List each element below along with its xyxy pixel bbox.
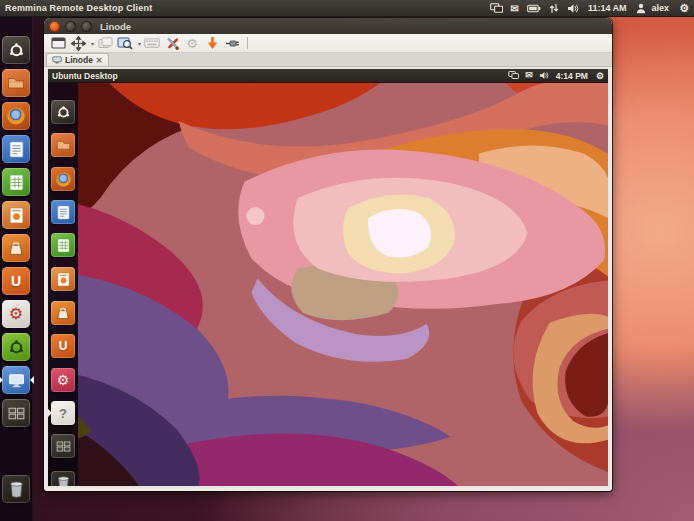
launcher-item-dash[interactable] (2, 36, 30, 64)
firefox-icon (56, 172, 71, 187)
trash-bin-icon (8, 480, 25, 498)
ubuntu-one-icon: U (11, 274, 21, 288)
impress-presentation-icon (57, 272, 70, 287)
launcher-item-remmina[interactable] (2, 366, 30, 394)
remmina-window: Linode ▾ ▾ ⚙ (44, 18, 612, 491)
trash-bin-icon (56, 475, 71, 488)
mail-icon[interactable]: ✉ (525, 69, 533, 83)
ubuntu-logo-green-icon (9, 340, 24, 355)
launcher-item-ubuntu-green[interactable] (2, 333, 30, 361)
remote-launcher-item-software-center[interactable] (51, 301, 75, 325)
user-menu[interactable]: alex (652, 3, 670, 13)
remote-session-gear-icon[interactable]: ⚙ (596, 71, 604, 81)
ubuntu-dash-icon (57, 106, 70, 119)
writer-document-icon (57, 205, 70, 220)
remmina-monitor-icon (8, 373, 25, 388)
settings-gear-icon: ⚙ (9, 306, 23, 322)
remote-launcher-item-home-folder[interactable] (51, 133, 75, 157)
active-app-title: Remmina Remote Desktop Client (0, 3, 152, 13)
remote-clock[interactable]: 4:14 PM (556, 71, 588, 81)
help-question-icon: ? (59, 406, 67, 421)
tab-linode[interactable]: Linode ✕ (46, 53, 109, 66)
remote-panel-title: Ubuntu Desktop (48, 71, 118, 81)
window-minimize-button[interactable] (65, 21, 76, 32)
launcher-item-firefox[interactable] (2, 102, 30, 130)
remote-screens-indicator-icon[interactable] (490, 0, 503, 17)
window-close-button[interactable] (49, 21, 60, 32)
host-desktop: Remmina Remote Desktop Client ✉ 11:14 AM… (0, 0, 694, 521)
remote-launcher-item-dash[interactable] (51, 100, 75, 124)
tab-monitor-icon (52, 56, 62, 64)
window-titlebar[interactable]: Linode (44, 18, 612, 34)
remote-launcher-item-calc[interactable] (51, 233, 75, 257)
workspace-grid-icon (8, 407, 25, 420)
workspace-grid-icon (56, 441, 71, 452)
writer-document-icon (9, 141, 24, 158)
fullscreen-button[interactable] (69, 35, 87, 51)
impress-presentation-icon (9, 207, 24, 224)
session-gear-icon[interactable]: ⚙ (679, 2, 689, 15)
clock[interactable]: 11:14 AM (588, 3, 627, 13)
host-launcher: U ⚙ (0, 17, 33, 521)
ubuntu-dash-icon (9, 43, 24, 58)
new-connection-button[interactable] (49, 35, 67, 51)
launcher-item-ubuntu-one[interactable]: U (2, 267, 30, 295)
launcher-item-software-center[interactable] (2, 234, 30, 262)
disconnect-button[interactable] (223, 35, 241, 51)
ubuntu-one-icon: U (59, 340, 68, 352)
grab-keyboard-button[interactable] (143, 35, 161, 51)
launcher-item-home-folder[interactable] (2, 69, 30, 97)
volume-icon[interactable] (539, 69, 549, 83)
window-title: Linode (100, 21, 131, 32)
switch-tab-button[interactable] (96, 35, 114, 51)
preferences-button[interactable]: ⚙ (183, 35, 201, 51)
minimize-window-button[interactable] (203, 35, 221, 51)
launcher-item-system-settings[interactable]: ⚙ (2, 300, 30, 328)
folder-icon (56, 139, 71, 151)
remote-wallpaper (48, 69, 608, 488)
remote-launcher-item-writer[interactable] (51, 200, 75, 224)
remote-launcher-item-ubuntu-one[interactable]: U (51, 334, 75, 358)
remote-launcher-item-system-settings[interactable]: ⚙ (51, 368, 75, 392)
remote-desktop-viewport[interactable]: Ubuntu Desktop ✉ 4:14 PM ⚙ (46, 67, 610, 488)
battery-icon[interactable] (527, 0, 541, 17)
remote-launcher-item-workspace-switcher[interactable] (51, 434, 75, 458)
tab-close-button[interactable]: ✕ (96, 56, 103, 65)
scaled-dropdown-caret[interactable]: ▾ (136, 40, 143, 47)
remote-screens-indicator-icon[interactable] (508, 69, 519, 83)
remmina-toolbar: ▾ ▾ ⚙ (44, 34, 612, 53)
toolbar-separator (247, 37, 248, 49)
user-icon (636, 0, 646, 17)
tab-bar: Linode ✕ (44, 53, 612, 67)
shopping-bag-icon (56, 306, 70, 320)
volume-icon[interactable] (567, 0, 579, 17)
host-top-panel: Remmina Remote Desktop Client ✉ 11:14 AM… (0, 0, 694, 17)
remote-launcher-item-help[interactable]: ? (51, 401, 75, 425)
tab-label: Linode (65, 55, 93, 65)
tools-button[interactable] (163, 35, 181, 51)
mail-icon[interactable]: ✉ (511, 0, 519, 17)
shopping-bag-icon (8, 240, 24, 256)
launcher-item-calc[interactable] (2, 168, 30, 196)
calc-spreadsheet-icon (57, 238, 70, 253)
remote-launcher-item-impress[interactable] (51, 267, 75, 291)
remote-top-panel: Ubuntu Desktop ✉ 4:14 PM ⚙ (48, 69, 608, 83)
network-traffic-icon[interactable] (549, 0, 559, 17)
launcher-item-trash[interactable] (2, 475, 30, 503)
window-maximize-button[interactable] (81, 21, 92, 32)
firefox-icon (7, 107, 25, 125)
fullscreen-dropdown-caret[interactable]: ▾ (89, 40, 96, 47)
remote-launcher-item-trash[interactable] (51, 471, 75, 488)
remote-launcher: U ⚙ ? (48, 83, 78, 486)
preferences-gear-icon: ⚙ (186, 36, 198, 51)
scaled-mode-button[interactable] (116, 35, 134, 51)
settings-gear-icon: ⚙ (57, 373, 70, 387)
calc-spreadsheet-icon (9, 174, 24, 191)
folder-icon (7, 76, 25, 90)
remote-launcher-item-firefox[interactable] (51, 167, 75, 191)
launcher-item-workspace-switcher[interactable] (2, 399, 30, 427)
launcher-item-writer[interactable] (2, 135, 30, 163)
launcher-item-impress[interactable] (2, 201, 30, 229)
